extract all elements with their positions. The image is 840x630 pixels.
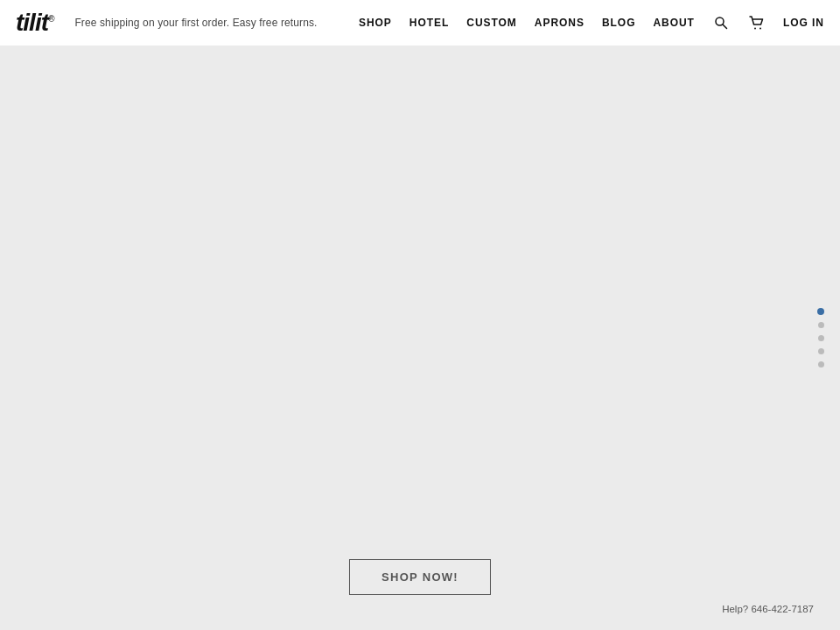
nav-item-aprons[interactable]: APRONS xyxy=(535,17,584,29)
slide-dot-5[interactable] xyxy=(818,361,824,368)
logo-registered: ® xyxy=(48,15,53,24)
svg-point-3 xyxy=(760,27,761,29)
help-text: Help? 646-422-7187 xyxy=(722,604,814,614)
slide-dot-2[interactable] xyxy=(818,322,824,328)
nav-item-custom[interactable]: CUSTOM xyxy=(466,17,517,29)
svg-point-2 xyxy=(754,27,756,29)
header: tilit® Free shipping on your first order… xyxy=(0,0,840,46)
nav-item-shop[interactable]: SHOP xyxy=(359,17,392,29)
nav-item-blog[interactable]: BLOG xyxy=(602,17,636,29)
nav-item-about[interactable]: ABOUT xyxy=(653,17,694,29)
main-content: SHOP NOW! Help? 646-422-7187 xyxy=(0,46,840,630)
slide-dot-1[interactable] xyxy=(817,308,824,315)
slide-dots xyxy=(817,308,824,368)
login-link[interactable]: LOG IN xyxy=(783,17,824,29)
logo-text: tilit xyxy=(16,10,48,35)
slide-dot-4[interactable] xyxy=(818,348,824,354)
svg-line-1 xyxy=(723,24,727,29)
search-button[interactable] xyxy=(712,14,730,32)
slide-dot-3[interactable] xyxy=(818,335,824,341)
main-nav: SHOP HOTEL CUSTOM APRONS BLOG ABOUT LOG … xyxy=(359,14,824,32)
cart-icon xyxy=(749,16,764,31)
logo[interactable]: tilit® xyxy=(16,10,53,35)
shop-now-button[interactable]: SHOP NOW! xyxy=(349,559,491,595)
cart-button[interactable] xyxy=(747,14,766,32)
tagline: Free shipping on your first order. Easy … xyxy=(74,17,317,29)
nav-item-hotel[interactable]: HOTEL xyxy=(410,17,449,29)
shop-now-container: SHOP NOW! xyxy=(349,559,491,595)
header-left: tilit® Free shipping on your first order… xyxy=(16,10,318,35)
search-icon xyxy=(714,16,728,30)
